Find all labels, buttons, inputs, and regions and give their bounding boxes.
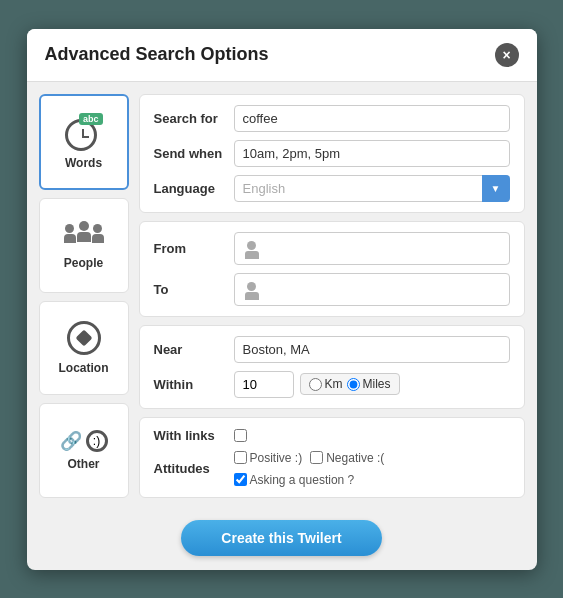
modal: Advanced Search Options × abc Words xyxy=(27,29,537,570)
location-section: Near Within Km xyxy=(139,325,525,409)
to-input[interactable] xyxy=(234,273,510,306)
search-for-input[interactable] xyxy=(234,105,510,132)
from-label: From xyxy=(154,241,234,256)
miles-label: Miles xyxy=(363,377,391,391)
language-label: Language xyxy=(154,181,234,196)
with-links-checkbox-wrapper xyxy=(234,429,247,442)
with-links-checkbox[interactable] xyxy=(234,429,247,442)
within-group: Km Miles xyxy=(234,371,510,398)
with-links-row: With links xyxy=(154,428,510,443)
sidebar-words-label: Words xyxy=(65,156,102,170)
attitudes-row: Attitudes Positive :) Negative :( xyxy=(154,451,510,487)
sidebar: abc Words People xyxy=(39,94,129,498)
from-input[interactable] xyxy=(234,232,510,265)
positive-checkbox[interactable] xyxy=(234,451,247,464)
from-person-icon xyxy=(243,241,261,259)
within-input[interactable] xyxy=(234,371,294,398)
near-label: Near xyxy=(154,342,234,357)
km-option[interactable]: Km xyxy=(309,377,343,391)
words-section: Search for Send when Language English Fr… xyxy=(139,94,525,213)
km-radio[interactable] xyxy=(309,378,322,391)
send-when-row: Send when xyxy=(154,140,510,167)
language-row: Language English French Spanish German xyxy=(154,175,510,202)
link-icon: 🔗 xyxy=(60,430,82,452)
miles-radio[interactable] xyxy=(347,378,360,391)
sidebar-item-words[interactable]: abc Words xyxy=(39,94,129,191)
modal-title: Advanced Search Options xyxy=(45,44,269,65)
near-input[interactable] xyxy=(234,336,510,363)
close-button[interactable]: × xyxy=(495,43,519,67)
modal-footer: Create this Twilert xyxy=(27,510,537,570)
send-when-label: Send when xyxy=(154,146,234,161)
from-row: From xyxy=(154,232,510,265)
to-person-icon xyxy=(243,282,261,300)
negative-option[interactable]: Negative :( xyxy=(310,451,384,465)
sidebar-other-label: Other xyxy=(67,457,99,471)
sidebar-location-label: Location xyxy=(59,361,109,375)
attitudes-label: Attitudes xyxy=(154,461,234,476)
form-sections: Search for Send when Language English Fr… xyxy=(139,94,525,498)
positive-option[interactable]: Positive :) xyxy=(234,451,303,465)
negative-label: Negative :( xyxy=(326,451,384,465)
smile-icon: :) xyxy=(86,430,108,452)
positive-label: Positive :) xyxy=(250,451,303,465)
sidebar-people-label: People xyxy=(64,256,103,270)
language-select-wrapper: English French Spanish German xyxy=(234,175,510,202)
attitudes-group: Positive :) Negative :( Asking a questio… xyxy=(234,451,510,487)
asking-checkbox[interactable] xyxy=(234,473,247,486)
other-section: With links Attitudes Positive :) xyxy=(139,417,525,498)
within-row: Within Km Miles xyxy=(154,371,510,398)
modal-body: abc Words People xyxy=(27,82,537,510)
asking-option[interactable]: Asking a question ? xyxy=(234,473,355,487)
people-section: From To xyxy=(139,221,525,317)
people-icon xyxy=(64,221,104,251)
with-links-label: With links xyxy=(154,428,234,443)
to-label: To xyxy=(154,282,234,297)
to-row: To xyxy=(154,273,510,306)
sidebar-item-location[interactable]: Location xyxy=(39,301,129,396)
search-for-label: Search for xyxy=(154,111,234,126)
near-row: Near xyxy=(154,336,510,363)
other-icon: 🔗 :) xyxy=(60,430,108,452)
words-icon: abc xyxy=(65,113,103,151)
within-label: Within xyxy=(154,377,234,392)
language-select[interactable]: English French Spanish German xyxy=(234,175,510,202)
negative-checkbox[interactable] xyxy=(310,451,323,464)
modal-header: Advanced Search Options × xyxy=(27,29,537,82)
sidebar-item-other[interactable]: 🔗 :) Other xyxy=(39,403,129,498)
asking-label: Asking a question ? xyxy=(250,473,355,487)
location-icon xyxy=(66,320,102,356)
km-miles-radio-group: Km Miles xyxy=(300,373,400,395)
miles-option[interactable]: Miles xyxy=(347,377,391,391)
modal-overlay: Advanced Search Options × abc Words xyxy=(0,0,563,598)
km-label: Km xyxy=(325,377,343,391)
send-when-input[interactable] xyxy=(234,140,510,167)
sidebar-item-people[interactable]: People xyxy=(39,198,129,293)
create-twilert-button[interactable]: Create this Twilert xyxy=(181,520,381,556)
search-for-row: Search for xyxy=(154,105,510,132)
